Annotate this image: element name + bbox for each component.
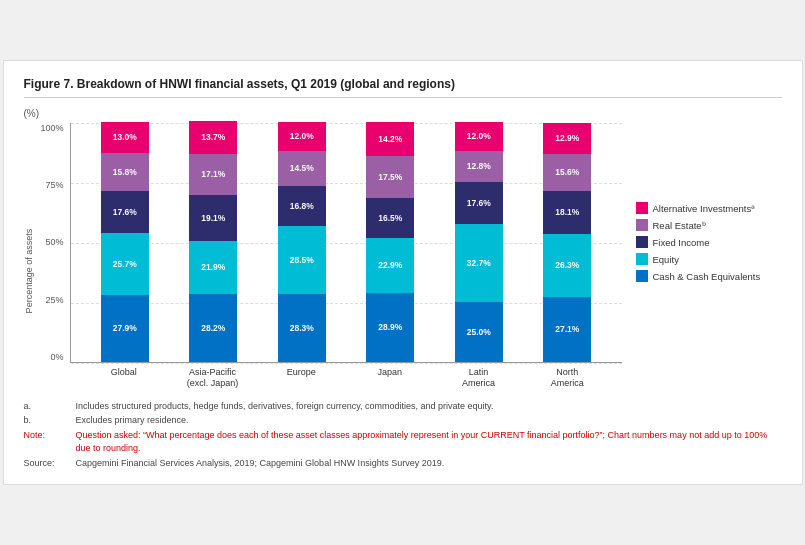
y-tick: 25%	[45, 295, 63, 305]
figure-title: Figure 7. Breakdown of HNWI financial as…	[24, 77, 782, 98]
bar-segment: 32.7%	[455, 224, 503, 302]
legend-label: Alternative Investmentsᵃ	[653, 203, 756, 214]
bar-segment: 28.2%	[189, 294, 237, 362]
bar-segment: 13.7%	[189, 121, 237, 154]
source-label: Source:	[24, 457, 68, 471]
bar-segment: 27.1%	[543, 297, 591, 362]
bar-segment: 17.6%	[455, 182, 503, 224]
footnote-b-text: Excludes primary residence.	[76, 414, 189, 428]
footnote-b-label: b.	[24, 414, 68, 428]
bar-segment: 15.6%	[543, 154, 591, 191]
bar-segment: 28.5%	[278, 226, 326, 294]
footnote-a-label: a.	[24, 400, 68, 414]
bar-segment: 25.7%	[101, 233, 149, 295]
bar: 12.9%15.6%18.1%26.3%27.1%	[543, 123, 591, 362]
bar-segment: 17.1%	[189, 154, 237, 195]
bar-segment: 13.0%	[101, 122, 149, 153]
legend-color	[636, 219, 648, 231]
source-text: Capgemini Financial Services Analysis, 2…	[76, 457, 445, 471]
bar-segment: 28.3%	[278, 294, 326, 362]
bar-segment: 12.9%	[543, 123, 591, 154]
note-text: Question asked: “What percentage does ea…	[76, 429, 782, 456]
legend-label: Equity	[653, 254, 679, 265]
bar-segment: 16.5%	[366, 198, 414, 238]
bar-segment: 15.8%	[101, 153, 149, 191]
y-tick: 100%	[40, 123, 63, 133]
note-label: Note:	[24, 429, 68, 456]
bar: 13.7%17.1%19.1%21.9%28.2%	[189, 121, 237, 362]
bar-segment: 12.0%	[455, 122, 503, 151]
chart-card: Figure 7. Breakdown of HNWI financial as…	[3, 60, 803, 486]
bar-segment: 14.2%	[366, 122, 414, 156]
bar-segment: 21.9%	[189, 241, 237, 294]
bar-segment: 12.8%	[455, 151, 503, 182]
x-label: North America	[523, 363, 612, 390]
bar-segment: 18.1%	[543, 191, 591, 234]
footnote-a-text: Includes structured products, hedge fund…	[76, 400, 494, 414]
y-tick: 75%	[45, 180, 63, 190]
bars-and-x: 13.0%15.8%17.6%25.7%27.9%13.7%17.1%19.1%…	[70, 123, 622, 390]
legend-color	[636, 236, 648, 248]
legend-item: Equity	[636, 253, 782, 265]
bar-group: 12.0%12.8%17.6%32.7%25.0%	[435, 122, 524, 362]
y-axis: 100%75%50%25%0%	[38, 123, 70, 390]
bar-group: 13.0%15.8%17.6%25.7%27.9%	[81, 122, 170, 362]
legend-color	[636, 202, 648, 214]
legend-item: Real Estateᵇ	[636, 219, 782, 231]
bar-segment: 26.3%	[543, 234, 591, 297]
bar: 14.2%17.5%16.5%22.9%28.9%	[366, 122, 414, 362]
legend: Alternative InvestmentsᵃReal EstateᵇFixe…	[622, 123, 782, 390]
x-label: Japan	[346, 363, 435, 390]
legend-color	[636, 270, 648, 282]
bar-group: 12.9%15.6%18.1%26.3%27.1%	[523, 123, 612, 362]
bar-segment: 22.9%	[366, 238, 414, 293]
x-label: Europe	[257, 363, 346, 390]
y-tick: 50%	[45, 237, 63, 247]
bar-segment: 27.9%	[101, 295, 149, 362]
x-label: Global	[80, 363, 169, 390]
bar-segment: 28.9%	[366, 293, 414, 362]
bar-segment: 12.0%	[278, 122, 326, 151]
legend-label: Real Estateᵇ	[653, 220, 706, 231]
bar-segment: 19.1%	[189, 195, 237, 241]
bar-segment: 14.5%	[278, 151, 326, 186]
bar: 13.0%15.8%17.6%25.7%27.9%	[101, 122, 149, 362]
y-tick: 0%	[50, 352, 63, 362]
bar-segment: 25.0%	[455, 302, 503, 362]
x-label: Asia-Pacific (excl. Japan)	[168, 363, 257, 390]
legend-item: Fixed Income	[636, 236, 782, 248]
bar-group: 13.7%17.1%19.1%21.9%28.2%	[169, 121, 258, 362]
bar: 12.0%12.8%17.6%32.7%25.0%	[455, 122, 503, 362]
x-labels: GlobalAsia-Pacific (excl. Japan)EuropeJa…	[70, 363, 622, 390]
bar: 12.0%14.5%16.8%28.5%28.3%	[278, 122, 326, 362]
bar-segment: 16.8%	[278, 186, 326, 226]
x-label: Latin America	[434, 363, 523, 390]
bar-segment: 17.6%	[101, 191, 149, 233]
bar-group: 14.2%17.5%16.5%22.9%28.9%	[346, 122, 435, 362]
legend-item: Alternative Investmentsᵃ	[636, 202, 782, 214]
bars-container: 13.0%15.8%17.6%25.7%27.9%13.7%17.1%19.1%…	[70, 123, 622, 363]
legend-label: Fixed Income	[653, 237, 710, 248]
legend-label: Cash & Cash Equivalents	[653, 271, 761, 282]
bar-segment: 17.5%	[366, 156, 414, 198]
footnotes: a. Includes structured products, hedge f…	[24, 400, 782, 471]
legend-item: Cash & Cash Equivalents	[636, 270, 782, 282]
y-axis-title: Percentage of assets	[24, 123, 38, 390]
bar-group: 12.0%14.5%16.8%28.5%28.3%	[258, 122, 347, 362]
legend-color	[636, 253, 648, 265]
pct-label: (%)	[24, 108, 782, 119]
